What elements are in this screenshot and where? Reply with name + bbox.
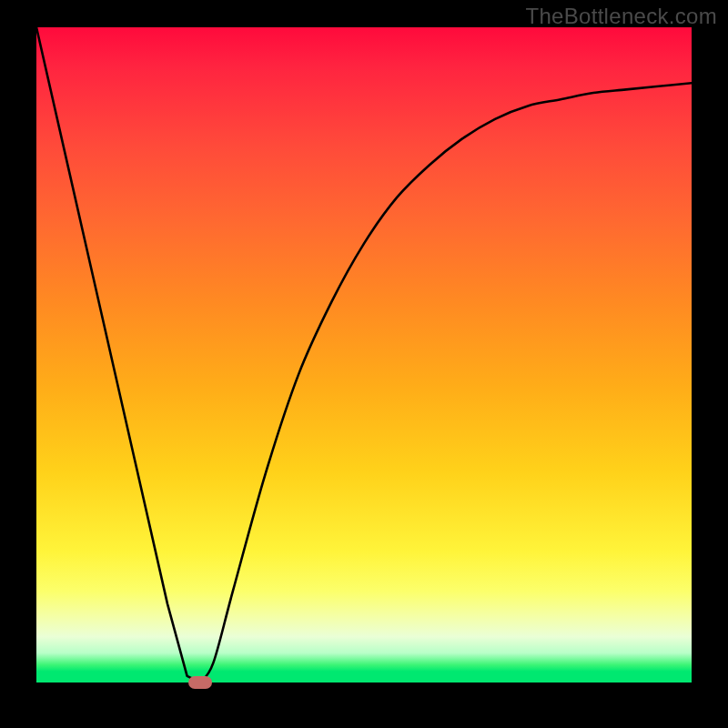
bottleneck-curve	[36, 27, 692, 682]
plot-area	[36, 27, 692, 682]
curve-svg	[36, 27, 692, 682]
watermark-text: TheBottleneck.com	[525, 4, 717, 29]
chart-frame: TheBottleneck.com	[0, 0, 728, 728]
optimal-marker	[188, 676, 212, 689]
